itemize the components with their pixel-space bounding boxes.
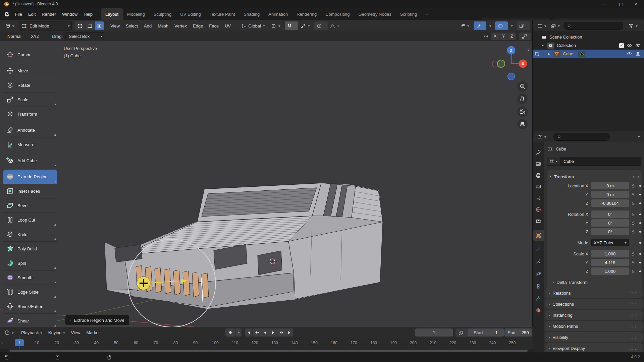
eye-icon[interactable] [626,51,633,57]
expand-channels-icon[interactable]: › [1,340,3,345]
panel-grip-icon[interactable]: :::: [630,175,640,179]
properties-tab-physics[interactable] [533,268,544,279]
lock-slot[interactable] [629,269,637,274]
frame-start-field[interactable]: Start 1 [468,328,504,337]
play-reverse-button[interactable] [261,328,269,337]
viewport-menu-item[interactable]: View [107,22,123,30]
lock-slot[interactable] [629,212,637,217]
camera-view-button[interactable] [517,107,528,117]
properties-tab-output[interactable] [533,170,544,181]
gizmo-dropdown[interactable] [486,21,493,30]
tool-button[interactable]: Spin [3,256,57,270]
use-preview-range-button[interactable] [455,328,469,337]
tool-button[interactable]: Smooth [3,270,57,285]
tool-button[interactable]: Bevel [3,198,57,213]
workspace-tab[interactable]: UV Editing [176,8,205,20]
value-field[interactable]: 0° [591,228,629,235]
tool-button[interactable]: Knife [3,227,57,241]
camera-icon[interactable] [635,42,641,49]
viewport-menu-item[interactable]: Select [123,22,141,30]
menu-item[interactable]: File [12,10,25,18]
lock-slot[interactable] [629,192,637,197]
lock-slot[interactable] [629,230,637,234]
delta-transform-row[interactable]: › Delta Transform [549,278,640,286]
workspace-tab[interactable]: Modeling [123,8,149,20]
timeline-menu-item[interactable]: Marker [83,329,103,337]
camera-icon[interactable] [635,51,641,57]
mirror-axis-button[interactable]: Y [499,33,508,40]
lock-slot[interactable] [629,184,637,188]
properties-tab-scene[interactable] [533,193,544,203]
value-field[interactable]: -0.30104 [591,199,629,207]
animate-dot[interactable] [637,253,643,255]
properties-editor-type-button[interactable] [535,132,548,141]
pan-hand-button[interactable] [517,94,528,104]
tool-button[interactable]: NONE Extrude Region [3,170,57,184]
collapsed-panel[interactable]: ›Relations :::: [545,288,643,298]
tool-button[interactable]: Annotate [3,123,57,137]
proportional-edit-toggle[interactable] [314,21,328,30]
overlays-dropdown[interactable] [508,21,515,30]
maximize-button[interactable]: ▢ [613,0,629,8]
workspace-tab[interactable]: Rendering [292,8,321,20]
workspace-tab[interactable]: Layout [101,8,123,20]
animate-dot[interactable] [637,222,643,224]
viewport-menu-item[interactable]: Mesh [155,22,171,30]
snap-base-button[interactable] [519,33,531,40]
tool-button[interactable]: Loop Cut [3,213,57,227]
value-field[interactable]: XYZ Euler [591,239,629,246]
viewport-menu-item[interactable]: Edge [190,22,206,30]
timeline-menu-item[interactable]: View [68,329,84,337]
pivot-dropdown[interactable] [269,21,282,30]
transform-panel-header[interactable]: Transform :::: [549,172,640,181]
operator-panel[interactable]: › Extrude Region and Move [65,315,129,325]
show-visibilities-dropdown[interactable] [458,21,471,30]
workspace-tab[interactable]: Animation [264,8,292,20]
timeline-ruler[interactable]: › 1 102030405060708090100110120130140150… [0,338,533,349]
outliner-search-input[interactable] [564,22,623,30]
workspace-tab[interactable]: Shading [239,8,264,20]
orientation-toggle-button[interactable]: XYZ [26,33,44,40]
animate-dot[interactable] [637,202,643,204]
snap-settings-dropdown[interactable] [298,21,312,30]
add-workspace-button[interactable]: + [421,8,433,20]
keying-dropdown[interactable] [236,328,242,337]
outliner-row-scene-collection[interactable]: Scene Collection [533,33,644,41]
axis-y-neg-ball[interactable] [497,60,505,67]
auto-keying-button[interactable] [225,328,236,337]
outliner-filter-button[interactable] [626,21,639,30]
ortho-grid-button[interactable] [517,119,528,129]
lock-slot[interactable] [629,252,637,256]
properties-tab-collection[interactable] [533,216,544,226]
viewport-menu-item[interactable]: Face [206,22,222,30]
value-field[interactable]: 0 m [591,182,629,189]
orientation-toggle-button[interactable]: Normal [3,33,26,40]
tool-button[interactable]: Transform [3,107,57,121]
properties-tab-viewlayer[interactable] [533,181,544,192]
outliner-editor-type-button[interactable] [535,21,548,30]
animate-dot[interactable] [637,262,643,263]
lock-slot[interactable] [629,221,637,225]
tool-button[interactable]: Poly Build [3,241,57,256]
vertex-select-button[interactable] [75,21,85,30]
tool-button[interactable]: Scale [3,92,57,107]
timeline-editor-type-button[interactable] [2,328,15,337]
show-gizmo-toggle[interactable] [474,21,486,30]
pin-icon[interactable] [557,145,564,152]
expand-right-icon[interactable]: ▶ [548,52,550,56]
minimize-button[interactable]: — [598,0,613,8]
navigation-gizmo[interactable]: Z X [490,46,531,82]
prev-keyframe-button[interactable] [253,328,261,337]
viewport-menu-item[interactable]: Vertex [171,22,190,30]
tool-button[interactable]: Move [3,64,57,78]
zoom-button[interactable] [517,81,528,92]
value-field[interactable]: 0° [591,210,629,218]
tool-button[interactable]: Edge Slide [3,285,57,299]
properties-tab-constraints[interactable] [533,281,544,292]
collapsed-panel[interactable]: ›Instancing :::: [545,310,643,320]
snap-toggle[interactable] [285,21,298,30]
value-field[interactable]: 0 m [591,191,629,198]
frame-end-field[interactable]: End 250 [504,328,532,337]
menu-item[interactable]: Edit [25,10,39,18]
jump-to-start-button[interactable] [245,328,253,337]
